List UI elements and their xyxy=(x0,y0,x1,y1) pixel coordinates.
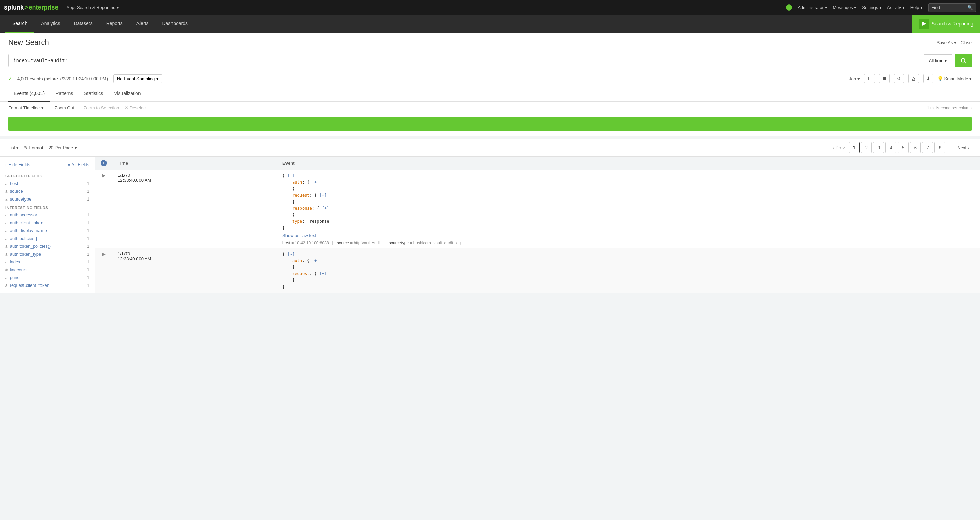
field-auth-token-policies[interactable]: a auth.token_policies{} 1 xyxy=(0,243,95,250)
refresh-button[interactable]: ↺ xyxy=(894,74,904,83)
expand-auth-1[interactable]: [+] xyxy=(312,180,320,185)
deselect-button[interactable]: ✕ Deselect xyxy=(124,105,147,111)
page-1-button[interactable]: 1 xyxy=(849,142,859,153)
format-button[interactable]: ✎ Format xyxy=(24,145,43,150)
zoom-out-button[interactable]: — Zoom Out xyxy=(49,105,74,111)
sidebar: ‹ Hide Fields ≡ All Fields SELECTED FIEL… xyxy=(0,157,95,293)
field-request-client-token[interactable]: a request.client_token 1 xyxy=(0,281,95,289)
sampling-button[interactable]: No Event Sampling ▾ xyxy=(113,75,162,83)
page-3-button[interactable]: 3 xyxy=(873,142,884,153)
page-5-button[interactable]: 5 xyxy=(898,142,908,153)
zoom-selection-button[interactable]: + Zoom to Selection xyxy=(80,105,119,111)
page-title: New Search xyxy=(8,38,49,47)
stop-button[interactable]: ⏹ xyxy=(879,74,890,83)
messages-menu[interactable]: Messages ▾ xyxy=(833,5,856,10)
expand-request-1[interactable]: [+] xyxy=(320,193,327,198)
time-range-label: All time ▾ xyxy=(929,58,947,63)
event-body-2: { [-] auth: { [+] } request: { [+] } } xyxy=(277,248,980,293)
all-fields-button[interactable]: ≡ All Fields xyxy=(68,162,89,167)
tab-search[interactable]: Search xyxy=(5,15,34,33)
field-auth-accessor[interactable]: a auth.accessor 1 xyxy=(0,211,95,219)
field-source[interactable]: a source 1 xyxy=(0,187,95,195)
events-table: i Time Event ▶ 1/1/7012:33:40.000 AM { [… xyxy=(95,157,980,293)
timeline-bar-container xyxy=(0,114,980,136)
export-button[interactable]: ⬇ xyxy=(923,74,933,83)
tab-analytics[interactable]: Analytics xyxy=(34,15,67,33)
field-linecount[interactable]: # linecount 1 xyxy=(0,266,95,274)
smart-mode-button[interactable]: 💡 Smart Mode ▾ xyxy=(937,76,972,81)
tab-statistics[interactable]: Statistics xyxy=(79,86,108,102)
field-auth-client-token[interactable]: a auth.client_token 1 xyxy=(0,219,95,227)
pause-button[interactable]: ⏸ xyxy=(864,74,875,83)
expand-icon-1[interactable]: ▶ xyxy=(102,173,106,178)
sr-icon xyxy=(919,19,929,29)
splunk-logo[interactable]: splunk>enterprise xyxy=(4,4,59,11)
show-raw-1[interactable]: Show as raw text xyxy=(282,233,975,238)
field-sourcetype[interactable]: a sourcetype 1 xyxy=(0,195,95,203)
collapse-2[interactable]: [-] xyxy=(288,252,295,257)
tab-events[interactable]: Events (4,001) xyxy=(8,86,50,102)
find-box[interactable]: Find 🔍 xyxy=(928,3,976,12)
field-host[interactable]: a host 1 xyxy=(0,179,95,187)
page-8-button[interactable]: 8 xyxy=(934,142,945,153)
app-name-label: App: Search & Reporting ▾ xyxy=(67,5,119,10)
per-page-button[interactable]: 20 Per Page ▾ xyxy=(49,145,77,150)
next-button[interactable]: Next › xyxy=(955,145,972,150)
settings-menu[interactable]: Settings ▾ xyxy=(862,5,882,10)
events-count-text: 4,001 events (before 7/3/20 11:24:10.000… xyxy=(18,76,108,81)
hide-fields-button[interactable]: ‹ Hide Fields xyxy=(5,162,30,167)
time-picker[interactable]: All time ▾ xyxy=(924,54,952,67)
list-button[interactable]: List ▾ xyxy=(8,145,19,150)
close-button[interactable]: Close xyxy=(961,40,972,45)
tab-reports[interactable]: Reports xyxy=(99,15,130,33)
administrator-menu[interactable]: Administrator ▾ xyxy=(798,5,827,10)
tab-dashboards[interactable]: Dashboards xyxy=(155,15,195,33)
help-menu[interactable]: Help ▾ xyxy=(910,5,923,10)
event-col-header: Event xyxy=(277,157,980,170)
expand-request-2[interactable]: [+] xyxy=(320,271,327,276)
print-button[interactable]: 🖨 xyxy=(908,74,919,83)
pagination: ‹ Prev 1 2 3 4 5 6 7 8 ... Next › xyxy=(830,142,972,153)
page-6-button[interactable]: 6 xyxy=(910,142,921,153)
collapse-1[interactable]: [-] xyxy=(288,173,295,178)
activity-menu[interactable]: Activity ▾ xyxy=(887,5,905,10)
format-timeline-button[interactable]: Format Timeline ▾ xyxy=(8,105,43,111)
time-col-header: Time xyxy=(112,157,277,170)
prev-button[interactable]: ‹ Prev xyxy=(830,145,848,150)
field-auth-display-name[interactable]: a auth.display_name 1 xyxy=(0,227,95,235)
field-punct[interactable]: a punct 1 xyxy=(0,274,95,281)
search-input[interactable] xyxy=(8,54,921,67)
event-time-2: 1/1/7012:33:40.000 AM xyxy=(112,248,277,293)
status-left: ✓ 4,001 events (before 7/3/20 11:24:10.0… xyxy=(8,75,162,83)
save-as-button[interactable]: Save As ▾ xyxy=(937,40,956,45)
expand-auth-2[interactable]: [+] xyxy=(312,258,320,263)
page-7-button[interactable]: 7 xyxy=(922,142,933,153)
page-4-button[interactable]: 4 xyxy=(885,142,896,153)
field-index[interactable]: a index 1 xyxy=(0,258,95,266)
field-auth-policies[interactable]: a auth.policies{} 1 xyxy=(0,235,95,243)
green-timeline-bar[interactable] xyxy=(8,117,972,130)
second-nav: Search Analytics Datasets Reports Alerts… xyxy=(0,15,980,33)
row-expander-2[interactable]: ▶ xyxy=(95,248,112,293)
search-button[interactable] xyxy=(955,54,972,67)
tab-visualization[interactable]: Visualization xyxy=(108,86,146,102)
search-bar-container: All time ▾ xyxy=(0,50,980,71)
expand-icon-2[interactable]: ▶ xyxy=(102,251,106,257)
refresh-icon: ↺ xyxy=(897,76,901,81)
page-2-button[interactable]: 2 xyxy=(861,142,872,153)
app-name[interactable]: App: Search & Reporting ▾ xyxy=(67,5,119,10)
row-expander-1[interactable]: ▶ xyxy=(95,170,112,249)
tab-datasets[interactable]: Datasets xyxy=(67,15,99,33)
help-label: Help ▾ xyxy=(910,5,923,10)
expand-response-1[interactable]: [+] xyxy=(322,206,329,211)
timeline-toolbar: Format Timeline ▾ — Zoom Out + Zoom to S… xyxy=(0,102,980,114)
sampling-label: No Event Sampling ▾ xyxy=(117,76,159,81)
job-button[interactable]: Job ▾ xyxy=(849,76,860,81)
field-auth-token-type[interactable]: a auth.token_type 1 xyxy=(0,250,95,258)
smart-mode-icon: 💡 xyxy=(937,76,943,81)
search-reporting-button[interactable]: Search & Reporting xyxy=(912,15,980,33)
tab-patterns[interactable]: Patterns xyxy=(50,86,79,102)
info-icon[interactable]: i xyxy=(101,160,107,166)
svg-point-1 xyxy=(961,59,965,62)
tab-alerts[interactable]: Alerts xyxy=(130,15,156,33)
